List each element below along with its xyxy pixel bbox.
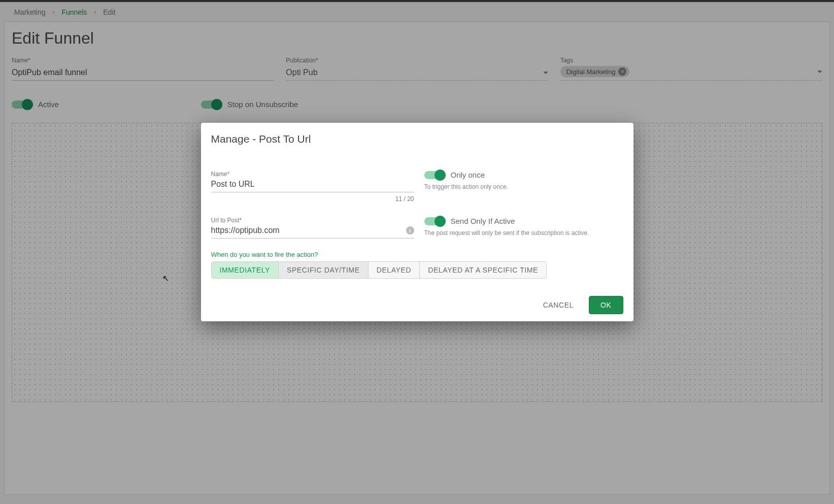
- modal-url-label: Url to Post*: [211, 217, 414, 224]
- cancel-button[interactable]: CANCEL: [535, 296, 582, 314]
- segment-delayed-specific-time[interactable]: DELAYED AT A SPECIFIC TIME: [420, 262, 546, 278]
- char-counter: 11 / 20: [211, 195, 414, 203]
- switch-knob: [435, 216, 446, 227]
- modal-name-label: Name*: [211, 171, 414, 178]
- segment-immediately[interactable]: IMMEDIATELY: [212, 262, 279, 278]
- send-active-label: Send Only If Active: [451, 217, 515, 225]
- segment-specific-day-time[interactable]: SPECIFIC DAY/TIME: [279, 262, 369, 278]
- modal-backdrop: Manage - Post To Url Name* 11 / 20 Only …: [0, 0, 834, 504]
- info-icon[interactable]: i: [406, 226, 414, 234]
- send-active-help: The post request will only be sent if th…: [424, 229, 623, 237]
- modal-url-input[interactable]: [211, 225, 414, 239]
- only-once-label: Only once: [451, 171, 485, 179]
- cursor-icon: ↖: [162, 274, 169, 283]
- segment-delayed[interactable]: DELAYED: [369, 262, 420, 278]
- when-fire-label: When do you want to fire the action?: [211, 251, 623, 258]
- post-to-url-modal: Manage - Post To Url Name* 11 / 20 Only …: [201, 123, 633, 321]
- modal-title: Manage - Post To Url: [211, 133, 623, 145]
- ok-button[interactable]: OK: [589, 296, 623, 314]
- send-only-if-active-toggle[interactable]: Send Only If Active: [424, 217, 623, 225]
- modal-name-input[interactable]: [211, 179, 414, 192]
- only-once-toggle[interactable]: Only once: [424, 171, 623, 179]
- switch-track: [424, 171, 445, 179]
- switch-track: [424, 217, 445, 225]
- switch-knob: [435, 170, 446, 181]
- fire-timing-segment: IMMEDIATELY SPECIFIC DAY/TIME DELAYED DE…: [211, 261, 547, 279]
- only-once-help: To trigger this action only once.: [424, 183, 623, 190]
